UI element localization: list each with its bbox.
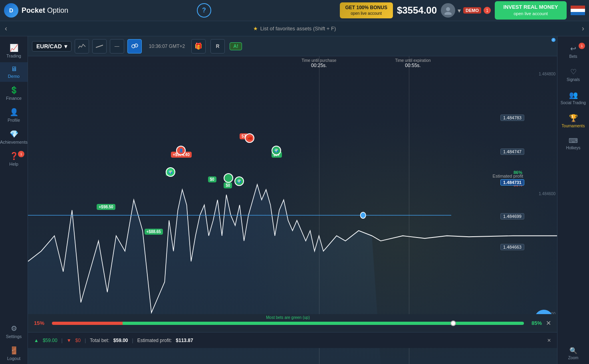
bonus-label: GET 100% BONUS: [345, 5, 387, 11]
marker-zero2: $0: [208, 176, 216, 182]
asset-selector[interactable]: EUR/CAD ▾: [32, 41, 71, 51]
sidebar-item-settings[interactable]: ⚙ Settings: [0, 321, 28, 342]
time-display: 10:36:07 GMT+2: [149, 44, 185, 49]
svg-point-0: [446, 7, 450, 11]
sidebar-label-demo: Demo: [8, 74, 20, 79]
price-label-current: 1.484731: [500, 179, 524, 186]
logo: D Pocket Option: [4, 3, 68, 18]
slider-container[interactable]: Most bets are green (up): [52, 322, 524, 325]
price-tick-1: 1.484800: [539, 72, 557, 76]
pct-green: 85%: [528, 320, 542, 326]
signals-label: Signals: [567, 77, 580, 82]
bet-slider-container: 15% Most bets are green (up) 85% ✕ ▲ $: [28, 314, 557, 348]
pct-label-1: 86%: [514, 170, 522, 175]
chevron-icon[interactable]: ▾: [458, 7, 461, 14]
sidebar-item-hotkeys[interactable]: ⌨ Hotkeys: [557, 133, 589, 154]
trader-avatar-3: 🌍: [234, 176, 244, 186]
price-label-2: 1.484747: [500, 148, 524, 155]
chart-type-area[interactable]: [75, 39, 89, 53]
bet-slider-row: 15% Most bets are green (up) 85% ✕: [28, 314, 557, 332]
favbar-text: List of favorites assets (Shift + F): [260, 26, 336, 32]
logout-icon: 🚪: [10, 346, 18, 355]
svg-point-1: [444, 12, 452, 15]
sidebar-item-trading[interactable]: 📈 Trading: [0, 40, 28, 61]
bet-info-row: ▲ $59.00 | ▼ $0 | Total bet: $59.00 | Es…: [28, 332, 557, 348]
sidebar-label-achievements: Achievements: [0, 140, 28, 144]
notification-badge[interactable]: 1: [484, 7, 491, 14]
trading-icon: 📈: [10, 44, 18, 52]
signals-icon: ♡: [570, 67, 577, 76]
gift-icon-btn[interactable]: 🎁: [191, 39, 206, 53]
sidebar-item-demo[interactable]: 🖥 Demo: [0, 62, 28, 82]
hotkeys-label: Hotkeys: [566, 146, 580, 150]
r-indicator-btn[interactable]: R: [210, 39, 225, 53]
favorites-bar: ‹ ★ List of favorites assets (Shift + F)…: [0, 21, 589, 36]
sidebar-item-profile[interactable]: 👤 Profile: [0, 105, 28, 126]
marker-profit3: +$88.65: [145, 229, 163, 235]
slider-label: Most bets are green (up): [266, 315, 310, 320]
separator-3: |: [132, 338, 133, 343]
help-button[interactable]: ?: [197, 3, 211, 18]
sidebar-item-signals[interactable]: ♡ Signals: [557, 63, 589, 86]
sidebar-label-logout: Logout: [7, 356, 21, 361]
hotkeys-icon: ⌨: [569, 137, 578, 144]
asset-name: EUR/CAD: [36, 43, 62, 49]
balance-display: $3554.00: [397, 5, 437, 16]
bonus-button[interactable]: GET 100% BONUS open live account: [340, 2, 393, 19]
est-profit-value-bottom: $113.87: [176, 338, 193, 343]
arrow-down-icon: ▼: [67, 338, 71, 343]
logo-icon: D: [4, 3, 18, 18]
chart-container: EUR/CAD ▾ — ✓ 10:36:07 GMT+2 🎁 R: [28, 36, 557, 364]
chart-area[interactable]: Time until purchase 00:25s. Time until e…: [28, 56, 557, 364]
slider-red-portion: [52, 322, 123, 325]
chart-type-candle[interactable]: —: [110, 39, 124, 53]
demo-badge: DEMO: [463, 7, 481, 14]
finance-icon: 💲: [10, 86, 18, 95]
est-profit-label-bottom: Estimated profit:: [137, 338, 172, 343]
right-sidebar: ↩ Bets 1 ♡ Signals 👥 Social Trading 🏆 To…: [557, 36, 589, 364]
favbar-arrow-right[interactable]: ›: [577, 21, 589, 36]
asset-chevron: ▾: [64, 43, 67, 49]
sidebar-item-zoom[interactable]: 🔍 Zoom: [557, 343, 589, 364]
svg-point-7: [361, 212, 366, 218]
chart-type-line[interactable]: [92, 39, 107, 53]
close-bet-info[interactable]: ✕: [547, 338, 551, 343]
star-icon: ★: [253, 26, 258, 32]
profile-icon: 👤: [10, 108, 18, 117]
sidebar-label-finance: Finance: [6, 96, 22, 101]
sidebar-item-tournaments[interactable]: 🏆 Tournaments: [557, 110, 589, 132]
account-area: ▾ DEMO 1: [441, 3, 491, 18]
tournaments-icon: 🏆: [569, 114, 578, 123]
language-flag[interactable]: [571, 6, 585, 15]
sidebar-item-help[interactable]: ❓ Help 1: [0, 148, 28, 170]
zoom-icon: 🔍: [569, 347, 577, 354]
total-bet-label: Total bet:: [90, 338, 109, 343]
bonus-sub: open live account: [345, 11, 387, 16]
slider-green-portion: [123, 322, 524, 325]
price-label-1: 1.484783: [500, 115, 524, 121]
marker-zero3: $0: [224, 182, 232, 188]
achievements-icon: 💎: [10, 130, 18, 138]
arrow-up-icon: ▲: [34, 338, 39, 343]
slider-thumb[interactable]: [450, 320, 456, 326]
zoom-label: Zoom: [568, 356, 579, 360]
bet-down-amount: $0: [75, 338, 81, 343]
bets-wrapper: ↩ Bets 1: [557, 40, 589, 63]
sidebar-item-logout[interactable]: 🚪 Logout: [0, 343, 28, 364]
bet-up-amount: $59.00: [43, 338, 58, 343]
sidebar-item-finance[interactable]: 💲 Finance: [0, 83, 28, 104]
help-notif-badge: 1: [18, 151, 24, 157]
sidebar-item-achievements[interactable]: 💎 Achievements: [0, 127, 28, 148]
chart-toolbar: EUR/CAD ▾ — ✓ 10:36:07 GMT+2 🎁 R: [28, 36, 557, 56]
social-indicators-button[interactable]: ✓: [127, 39, 142, 53]
close-slider-button[interactable]: ✕: [546, 319, 551, 327]
help-icon: ❓: [10, 152, 18, 160]
price-label-4: 1.484663: [500, 244, 524, 250]
sidebar-item-social-trading[interactable]: 👥 Social Trading: [557, 87, 589, 109]
tournaments-label: Tournaments: [562, 124, 585, 128]
invest-button[interactable]: INVEST REAL MONEY open live account: [495, 1, 567, 20]
total-bet-value: $59.00: [113, 338, 128, 343]
price-tick-2: 1.484600: [539, 192, 557, 196]
bets-notif-badge: 1: [579, 43, 585, 49]
favbar-arrow-left[interactable]: ‹: [0, 21, 12, 36]
